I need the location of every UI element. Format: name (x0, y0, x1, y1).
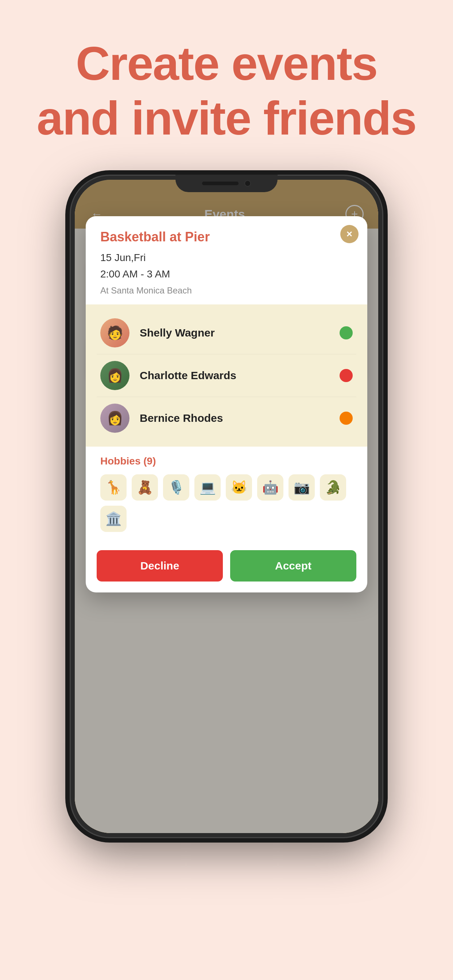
status-dot-charlotte (340, 369, 353, 382)
notch-speaker (202, 181, 239, 185)
phone-screen: ← Events + P 1 A G E 1 A G (75, 180, 378, 833)
attendee-name-charlotte: Charlotte Edwards (140, 369, 340, 382)
avatar-charlotte: 👩 (100, 361, 129, 390)
attendee-row: 👩 Bernice Rhodes (97, 397, 356, 439)
status-dot-shelly (340, 326, 353, 339)
hobby-item-7: 🐊 (320, 474, 346, 501)
decline-button[interactable]: Decline (97, 550, 223, 582)
attendees-list: 🧑 Shelly Wagner 👩 Charlotte Edwards (86, 304, 367, 447)
hobby-item-5: 🤖 (257, 474, 283, 501)
hero-title: Create events and invite friends (0, 37, 453, 145)
hero-section: Create events and invite friends (0, 0, 453, 167)
event-modal: × Basketball at Pier 15 Jun,Fri 2:00 AM … (86, 216, 367, 592)
modal-header: Basketball at Pier 15 Jun,Fri 2:00 AM - … (86, 216, 367, 304)
hobby-item-6: 📷 (289, 474, 315, 501)
hobby-item-2: 🎙️ (163, 474, 189, 501)
attendee-row: 🧑 Shelly Wagner (97, 312, 356, 355)
phone-wrapper: ← Events + P 1 A G E 1 A G (0, 175, 453, 838)
notch-camera (244, 180, 251, 187)
phone-notch (175, 175, 278, 192)
event-location: At Santa Monica Beach (100, 285, 353, 296)
event-date: 15 Jun,Fri 2:00 AM - 3 AM (100, 250, 353, 283)
hobby-item-4: 🐱 (226, 474, 252, 501)
modal-actions: Decline Accept (86, 543, 367, 592)
avatar-bernice: 👩 (100, 404, 129, 433)
status-dot-bernice (340, 412, 353, 425)
phone-frame: ← Events + P 1 A G E 1 A G (70, 175, 383, 838)
attendee-name-shelly: Shelly Wagner (140, 327, 340, 339)
event-title: Basketball at Pier (100, 229, 353, 245)
attendee-name-bernice: Bernice Rhodes (140, 412, 340, 425)
hobby-item-3: 💻 (195, 474, 221, 501)
hobby-item-1: 🧸 (132, 474, 158, 501)
attendee-row: 👩 Charlotte Edwards (97, 355, 356, 397)
hobbies-title: Hobbies (9) (100, 455, 353, 467)
modal-close-button[interactable]: × (340, 225, 359, 243)
hobby-item-8: 🏛️ (100, 506, 126, 532)
hobby-item-0: 🦒 (100, 474, 126, 501)
hobbies-section: Hobbies (9) 🦒🧸🎙️💻🐱🤖📷🐊🏛️ (86, 447, 367, 543)
avatar-shelly: 🧑 (100, 318, 129, 347)
accept-button[interactable]: Accept (230, 550, 356, 582)
hobbies-grid: 🦒🧸🎙️💻🐱🤖📷🐊🏛️ (100, 474, 353, 532)
